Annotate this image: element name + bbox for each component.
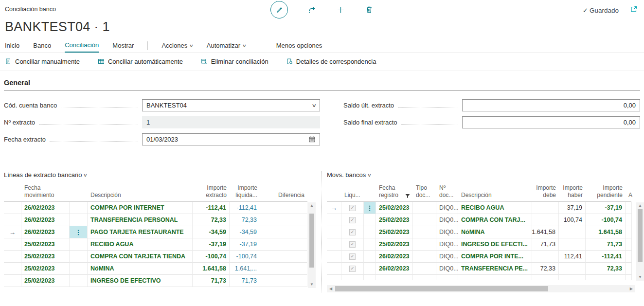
row-menu-cell[interactable] [70, 202, 88, 214]
cell-importe-extracto[interactable]: 71,73 [193, 275, 230, 287]
column-header-diferencia[interactable]: Diferencia [260, 182, 307, 202]
column-header-descripcion[interactable]: Descripción [458, 182, 532, 202]
cell-fecha-movimiento[interactable]: 26/02/2023 [21, 226, 70, 238]
column-header-tipo-doc[interactable]: Tipo doc... [413, 182, 436, 202]
statement-date-field[interactable]: 01/03/2023 [142, 133, 320, 145]
cell-descripcion[interactable]: RECIBO AGUA [88, 238, 193, 251]
bank-account-code-field[interactable]: BANKTEST04 ∨ [142, 99, 320, 111]
column-header-importe-haber[interactable]: Importe haber [559, 182, 586, 202]
cell-fecha-registro[interactable]: 25/02/2023 [376, 226, 413, 238]
cell-fecha-registro[interactable]: 25/02/2023 [376, 202, 413, 214]
cell-importe-pendiente[interactable]: -112,41 [586, 251, 626, 263]
cell-importe-haber[interactable]: 100,74 [559, 214, 586, 226]
cell-importe-debe[interactable] [532, 251, 559, 263]
cell-liquidado[interactable]: ✓ [341, 251, 364, 263]
cell-tipo-doc[interactable] [413, 214, 436, 226]
scroll-down-icon[interactable]: ▼ [310, 283, 314, 287]
cell-num-doc[interactable]: DIQ0... [436, 251, 458, 263]
scrollbar-thumb[interactable] [309, 214, 314, 268]
cell-fecha-registro[interactable]: 26/02/2023 [376, 263, 413, 275]
checked-checkbox-icon[interactable]: ✓ [349, 229, 356, 235]
bank-ledger-title[interactable]: Movs. bancos ∨ [327, 171, 644, 179]
cell-descripcion[interactable]: RECIBO AGUA [458, 202, 532, 214]
row-selector-cell[interactable] [327, 238, 341, 251]
cell-num-doc[interactable]: DIQ0... [436, 263, 458, 275]
tab-inicio[interactable]: Inicio [5, 38, 19, 53]
row-menu-cell[interactable] [364, 226, 376, 238]
delete-icon[interactable] [365, 5, 374, 14]
conciliar-automaticamente-button[interactable]: Conciliar automáticamente [97, 58, 183, 65]
cell-descripcion[interactable]: INGRESO DE EFECTIVO [88, 275, 193, 287]
scroll-left-icon[interactable]: ◀ [329, 287, 332, 291]
cell-descripcion[interactable]: COMPRA POR INTE... [458, 251, 532, 263]
cell-importe-pendiente[interactable]: 72,33 [586, 263, 626, 275]
scroll-right-icon[interactable]: ▶ [630, 287, 633, 291]
cell-importe-liquidado[interactable]: -34,59 [230, 226, 260, 238]
cell-importe-haber[interactable] [559, 226, 586, 238]
cell-diferencia[interactable] [260, 275, 307, 287]
row-selector-cell[interactable] [327, 251, 341, 263]
cell-importe-liquidado[interactable]: 1.641,... [230, 263, 260, 275]
selected-row-arrow-icon[interactable]: → [327, 202, 341, 214]
cell-importe-pendiente[interactable]: -100,74 [586, 214, 626, 226]
cell-fecha-movimiento[interactable]: 25/02/2023 [21, 275, 70, 287]
column-header-liquidado[interactable]: Liqu... [341, 182, 364, 202]
row-selector-cell[interactable] [327, 263, 341, 275]
row-selector-cell[interactable] [327, 214, 341, 226]
cell-importe-liquidado[interactable]: -100,74 [230, 251, 260, 263]
cell-importe-pendiente[interactable]: 71,73 [586, 238, 626, 251]
row-menu-cell[interactable] [70, 275, 88, 287]
row-menu-cell[interactable] [364, 263, 376, 275]
column-header-fecha-movimiento[interactable]: Fecha movimiento [21, 182, 70, 202]
scroll-down-icon[interactable]: ▼ [638, 275, 642, 279]
cell-descripcion[interactable]: TRANSFERENCIA PERSONAL [88, 214, 193, 226]
detalles-correspondencia-button[interactable]: Detalles de correspondencia [286, 58, 376, 65]
checked-checkbox-icon[interactable]: ✓ [349, 217, 356, 223]
cell-importe-debe[interactable] [532, 202, 559, 214]
cell-diferencia[interactable] [260, 263, 307, 275]
cell-tipo-doc[interactable] [413, 263, 436, 275]
checked-checkbox-icon[interactable]: ✓ [349, 241, 356, 248]
cell-diferencia[interactable] [260, 214, 307, 226]
row-menu-cell[interactable] [70, 263, 88, 275]
vertical-scrollbar[interactable]: ▲ ▼ [308, 202, 316, 288]
column-header-importe-pendiente[interactable]: Importe pendiente [586, 182, 626, 202]
cell-fecha-movimiento[interactable]: 26/02/2023 [21, 214, 70, 226]
row-menu-cell[interactable] [364, 238, 376, 251]
cell-fecha-movimiento[interactable]: 25/02/2023 [21, 263, 70, 275]
row-menu-cell[interactable] [364, 214, 376, 226]
cell-fecha-movimiento[interactable]: 26/02/2023 [21, 202, 70, 214]
cell-num-doc[interactable]: DIQ0... [436, 226, 458, 238]
cell-importe-haber[interactable]: 37,19 [559, 202, 586, 214]
column-header-descripcion[interactable]: Descripción [88, 182, 193, 202]
cell-importe-pendiente[interactable]: 1.641,58 [586, 226, 626, 238]
cell-importe-liquidado[interactable]: -37,19 [230, 238, 260, 251]
cell-diferencia[interactable] [260, 238, 307, 251]
checked-checkbox-icon[interactable]: ✓ [349, 205, 356, 211]
cell-liquidado[interactable]: ✓ [341, 238, 364, 251]
scroll-up-icon[interactable]: ▲ [310, 204, 314, 208]
cell-importe-haber[interactable]: 112,41 [559, 251, 586, 263]
checked-checkbox-icon[interactable]: ✓ [349, 266, 356, 272]
row-menu-cell[interactable] [70, 251, 88, 263]
statement-lines-title[interactable]: Líneas de extracto bancario ∨ [4, 171, 321, 179]
tab-mostrar[interactable]: Mostrar [112, 38, 134, 53]
share-icon[interactable] [307, 5, 317, 15]
cell-importe-extracto[interactable]: 72,33 [193, 214, 230, 226]
cell-importe-liquidado[interactable]: -112,41 [230, 202, 260, 214]
cell-importe-haber[interactable] [559, 263, 586, 275]
scrollbar-thumb[interactable] [638, 209, 643, 262]
cell-fecha-movimiento[interactable]: 25/02/2023 [21, 251, 70, 263]
cell-liquidado[interactable]: ✓ [341, 263, 364, 275]
cell-fecha-registro[interactable]: 26/02/2023 [376, 251, 413, 263]
checked-checkbox-icon[interactable]: ✓ [349, 253, 356, 260]
chevron-down-icon[interactable]: ∨ [311, 103, 317, 108]
cell-importe-pendiente[interactable]: -37,19 [586, 202, 626, 214]
row-menu-cell[interactable] [70, 238, 88, 251]
cell-importe-extracto[interactable]: -34,59 [193, 226, 230, 238]
row-selector-cell[interactable] [4, 202, 21, 214]
cell-importe-debe[interactable]: 1.641,58 [532, 226, 559, 238]
cell-liquidado[interactable]: ✓ [341, 202, 364, 214]
cell-descripcion[interactable]: COMPRA CON TARJETA TIENDA [88, 251, 193, 263]
cell-importe-debe[interactable] [532, 214, 559, 226]
